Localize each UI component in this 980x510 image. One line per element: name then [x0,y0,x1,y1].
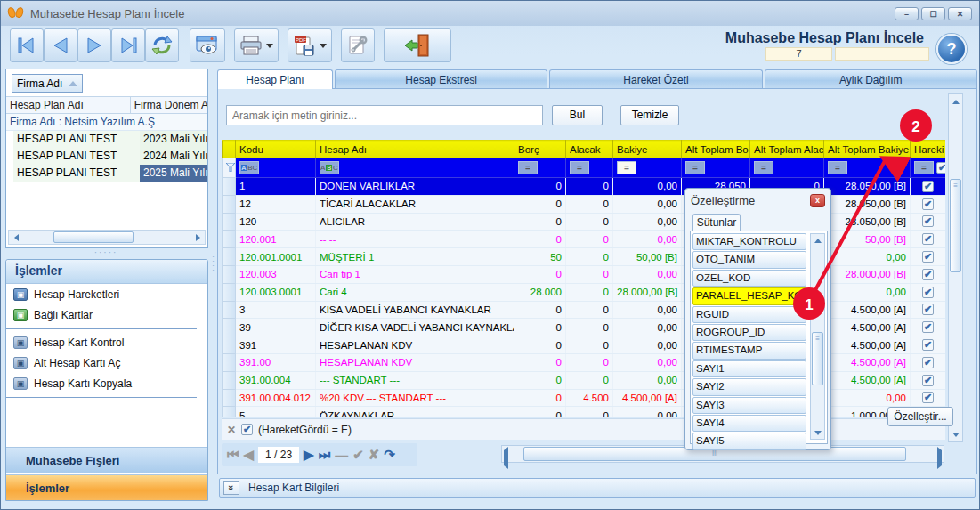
popup-column-item[interactable]: SAYI2 [692,378,806,395]
cell-alacak[interactable]: 0 [566,319,613,336]
checkbox-checked-icon[interactable]: ✔ [922,375,934,386]
popup-close-button[interactable]: x [810,194,825,207]
row-indicator[interactable] [223,195,236,213]
cell-borc[interactable]: 0 [514,389,566,407]
firm-period-cell[interactable]: 2025 Mali Yılı [140,165,207,182]
firma-adi-sort-button[interactable]: Firma Adı [12,74,83,93]
grid-vscrollbar[interactable]: ≡ [948,93,963,442]
cell-bakiye[interactable]: 0,00 [613,336,682,354]
checkbox-checked-icon[interactable]: ✔ [922,392,934,403]
popup-column-item[interactable]: SAYI1 [692,360,806,377]
cell-alacak[interactable]: 0 [566,336,613,354]
previous-record-button[interactable] [44,28,77,62]
scroll-thumb[interactable]: ≡ [950,179,961,272]
col-hesap-plan-adi[interactable]: Hesap Plan Adı [6,97,131,113]
account-row[interactable]: 120.003 Cari tip 1 0 0 0,00 28.000,00 [B… [223,265,946,283]
scroll-right-icon[interactable] [937,450,942,466]
cell-borc[interactable]: 0 [514,353,566,371]
print-button[interactable] [234,28,279,62]
cell-hesap-adi[interactable]: HESAPLANAN KDV [316,336,514,354]
checkbox-checked-icon[interactable]: ✔ [922,233,934,245]
cell-kodu[interactable]: 1 [236,178,316,196]
filter-hesap-adi-cell[interactable]: ABC [316,158,514,178]
row-indicator[interactable] [223,353,236,371]
cell-kodu[interactable]: 12 [236,195,316,213]
col-alt-toplam-bakiye[interactable]: Alt Toplam Bakiye [824,141,911,158]
checkbox-checked-icon[interactable]: ✔ [922,304,934,315]
popup-title-bar[interactable]: Özelleştirme x [685,189,830,212]
pager-delete-icon[interactable]: — [335,448,348,463]
tab[interactable]: Hareket Özeti [549,69,762,89]
popup-column-item[interactable]: MIKTAR_KONTROLU [692,233,806,250]
account-row[interactable]: 120 ALICILAR 0 0 0,00 28.050,00 [B] ✔ [223,213,946,231]
cell-hesap-adi[interactable]: MÜŞTERİ 1 [316,248,514,266]
cell-kodu[interactable]: 3 [236,301,316,319]
cell-borc[interactable]: 0 [514,178,566,196]
first-record-button[interactable] [10,28,44,62]
preview-button[interactable] [190,28,225,62]
task-item[interactable]: ▣ Hesap Kartı Kopyala [6,373,197,398]
pager-prev-icon[interactable]: ◀ [244,447,255,463]
cell-hareket[interactable]: ✔ [911,371,946,389]
cell-bakiye[interactable]: 0,00 [613,178,682,196]
cell-borc[interactable]: 0 [514,231,566,248]
cell-hesap-adi[interactable]: -- -- [316,231,514,248]
account-row[interactable]: 391.00.004.012 %20 KDV.--- STANDART --- … [223,389,946,407]
row-indicator[interactable] [223,213,236,231]
cell-hesap-adi[interactable]: TİCARİ ALACAKLAR [316,195,514,213]
cell-hareket[interactable]: ✔ [911,213,946,231]
cell-bakiye[interactable]: 0,00 [613,319,682,336]
vertical-splitter-handle[interactable]: ···· [211,255,215,290]
close-button[interactable]: ✕ [948,7,972,20]
popup-tab-sutunlar[interactable]: Sütunlar [692,214,741,231]
filter-alacak-cell[interactable]: = [566,158,613,178]
cell-alacak[interactable]: 0 [566,371,613,389]
clear-button[interactable]: Temizle [620,105,679,125]
col-hareket[interactable]: Hareki [911,141,946,158]
row-indicator[interactable] [223,265,236,283]
row-indicator[interactable] [223,389,236,407]
cell-hareket[interactable]: ✔ [911,248,946,266]
scroll-right-icon[interactable] [190,231,205,244]
checkbox-checked-icon[interactable]: ✔ [922,339,934,351]
help-button[interactable]: ? [936,34,967,64]
tab[interactable]: Hesap Ekstresi [335,69,547,89]
row-indicator[interactable] [223,407,236,417]
cell-hesap-adi[interactable]: DÖNEN VARLIKLAR [316,178,514,196]
row-indicator[interactable] [223,231,236,248]
horizontal-splitter-handle[interactable]: ····· [85,251,126,255]
minimize-button[interactable]: – [895,7,919,20]
popup-column-item[interactable]: SAYI5 [692,433,806,449]
cell-hareket[interactable]: ✔ [911,265,946,283]
save-pdf-button[interactable]: PDF [288,28,332,62]
cell-alacak[interactable]: 0 [566,353,613,371]
firm-list-hscrollbar[interactable] [8,230,206,245]
account-row[interactable]: 391.00.004 --- STANDART --- 0 0 0,00 4.5… [223,371,946,389]
account-row[interactable]: 120.003.0001 Cari 4 28.000 0 28.000,00 [… [223,283,946,301]
cell-kodu[interactable]: 120.001 [236,231,316,248]
cell-kodu[interactable]: 120 [236,213,316,231]
checkbox-checked-icon[interactable]: ✔ [922,181,934,192]
cell-kodu[interactable]: 391.00.004 [236,371,316,389]
task-item[interactable]: ▣ Bağlı Kartlar [6,304,197,329]
firm-period-cell[interactable]: 2023 Mali Yılı [140,131,207,148]
cell-borc[interactable]: 0 [514,195,566,213]
cell-alacak[interactable]: 0 [566,178,613,196]
cell-alacak[interactable]: 0 [566,213,613,231]
cell-bakiye[interactable]: 0,00 [613,371,682,389]
cell-alacak[interactable]: 0 [566,407,613,417]
account-row[interactable]: 3 KISA VADELİ YABANCI KAYNAKLAR 0 0 0,00… [223,301,946,319]
cell-borc[interactable]: 50 [514,248,566,266]
cell-hesap-adi[interactable]: KISA VADELİ YABANCI KAYNAKLAR [316,301,514,319]
account-row[interactable]: 1 DÖNEN VARLIKLAR 0 0 0,00 28.050 0 28.0… [223,178,946,196]
checkbox-checked-icon[interactable]: ✔ [922,198,934,210]
exit-button[interactable] [384,28,451,62]
scroll-thumb[interactable]: ≡ [812,332,823,385]
filter-kodu-cell[interactable]: ABC [236,158,316,178]
row-indicator[interactable] [223,371,236,389]
cell-bakiye[interactable]: 28.000,00 [B] [613,283,682,301]
filter-bakiye-cell[interactable]: = [613,158,682,178]
filter-hareket-cell[interactable]: = ✔ [911,158,946,178]
tab[interactable]: Aylık Dağılım [765,69,977,89]
cell-alt-toplam-bakiye[interactable]: 0,00 [824,248,911,266]
